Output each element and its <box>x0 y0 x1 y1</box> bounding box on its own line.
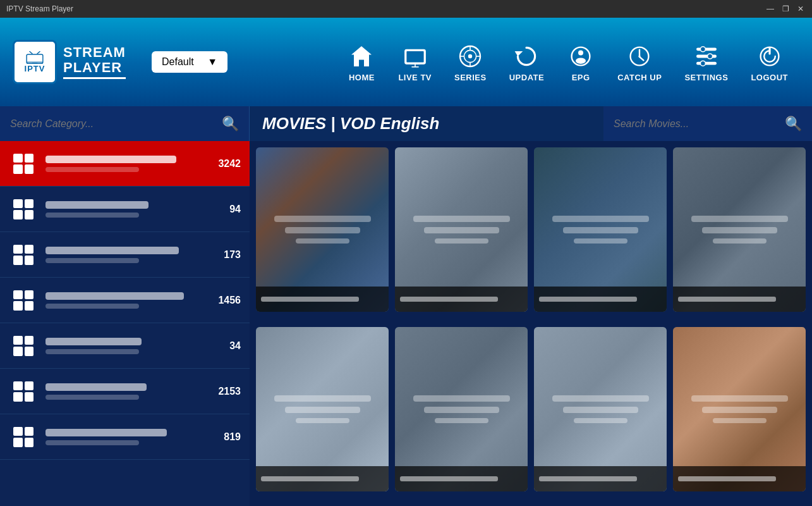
category-item-5[interactable]: 2153 <box>0 369 250 414</box>
category-item-2[interactable]: 173 <box>0 232 250 278</box>
cat-name-bar-1 <box>45 201 148 209</box>
movie-thumb-7 <box>673 327 806 491</box>
search-category-container: 🔍 <box>0 106 250 141</box>
cat-sub-bar-6 <box>45 440 139 445</box>
logo-tv-icon: IPTV <box>25 51 45 73</box>
cat-name-bar-2 <box>45 247 179 254</box>
movies-grid <box>250 141 812 506</box>
nav-label-live-tv: LIVE TV <box>398 73 432 82</box>
cat-count-3: 1456 <box>209 295 241 306</box>
category-item-3[interactable]: 1456 <box>0 278 250 323</box>
category-item-6[interactable]: 819 <box>0 414 250 460</box>
search-bar: 🔍 MOVIES | VOD English 🔍 <box>0 106 812 141</box>
movie-card-0[interactable] <box>256 147 389 312</box>
search-category-icon[interactable]: 🔍 <box>222 116 239 132</box>
maximize-button[interactable]: ❐ <box>780 4 791 13</box>
cat-count-6: 819 <box>209 431 241 443</box>
grid-icon-5 <box>13 381 33 402</box>
category-item-1[interactable]: 94 <box>0 187 250 232</box>
title-bar-controls: — ❐ ✕ <box>765 4 806 13</box>
category-item-0[interactable]: 3242 <box>0 141 250 187</box>
movie-card-5[interactable] <box>395 327 528 491</box>
movie-card-7[interactable] <box>673 327 806 491</box>
svg-line-24 <box>639 56 643 60</box>
cat-sub-bar-2 <box>45 258 139 263</box>
profile-dropdown[interactable]: Default ▼ <box>152 51 227 73</box>
cat-count-1: 94 <box>209 204 241 215</box>
cat-sub-bar-1 <box>45 213 139 218</box>
movie-bottom-bar-7 <box>673 466 806 491</box>
logo-container: IPTV STREAM PLAYER <box>13 40 139 84</box>
svg-rect-7 <box>406 51 423 63</box>
movie-card-1[interactable] <box>395 147 528 312</box>
home-icon <box>348 42 375 70</box>
cat-count-2: 173 <box>209 249 241 261</box>
close-button[interactable]: ✕ <box>796 4 806 13</box>
movie-thumb-2 <box>534 147 667 312</box>
cat-info-5 <box>38 383 209 400</box>
cat-sub-bar-4 <box>45 349 139 354</box>
nav-item-settings[interactable]: SETTINGS <box>673 37 739 87</box>
minimize-button[interactable]: — <box>765 4 775 13</box>
header: IPTV STREAM PLAYER Default ▼ HOME <box>0 18 812 106</box>
cat-icon-4 <box>9 331 38 361</box>
grid-icon-6 <box>13 427 33 447</box>
settings-icon <box>693 42 720 70</box>
nav-item-catch-up[interactable]: CATCH UP <box>606 37 673 87</box>
cat-name-bar-5 <box>45 383 147 391</box>
logo-text: STREAM PLAYER <box>63 45 126 75</box>
movie-bottom-bar-5 <box>395 466 528 491</box>
movie-thumb-4 <box>256 327 389 491</box>
logo-text-block: STREAM PLAYER <box>63 45 126 79</box>
movie-bottom-bar-4 <box>256 466 389 491</box>
cat-count-0: 3242 <box>209 158 241 170</box>
nav-item-update[interactable]: UPDATE <box>498 37 555 87</box>
grid-icon-0 <box>13 154 33 174</box>
nav-item-logout[interactable]: LOGOUT <box>739 37 799 87</box>
movie-thumb-5 <box>395 327 528 491</box>
cat-info-2 <box>38 247 209 263</box>
movie-card-2[interactable] <box>534 147 667 312</box>
movie-bottom-bar-0 <box>256 287 389 312</box>
cat-icon-6 <box>9 423 38 452</box>
logo-iptv-text: IPTV <box>25 64 45 73</box>
grid-icon-3 <box>13 290 33 311</box>
cat-icon-2 <box>9 240 38 269</box>
search-movies-container: 🔍 <box>603 106 812 141</box>
cat-name-bar-4 <box>45 338 142 345</box>
cat-icon-1 <box>9 195 38 224</box>
logout-icon <box>756 42 784 70</box>
cat-count-4: 34 <box>209 340 241 352</box>
svg-rect-28 <box>696 61 717 65</box>
search-movies-icon[interactable]: 🔍 <box>785 116 802 132</box>
search-category-input[interactable] <box>10 118 222 130</box>
catch-up-icon <box>626 42 653 70</box>
sidebar: 3242 94 <box>0 141 250 506</box>
nav-item-live-tv[interactable]: LIVE TV <box>387 37 443 87</box>
cat-info-1 <box>38 201 209 218</box>
nav-label-home: HOME <box>349 73 375 82</box>
cat-icon-5 <box>9 377 38 406</box>
movie-card-3[interactable] <box>673 147 806 312</box>
cat-icon-3 <box>9 286 38 315</box>
main-content: 3242 94 <box>0 141 812 506</box>
category-item-4[interactable]: 34 <box>0 323 250 369</box>
tv-svg-icon <box>25 51 44 64</box>
svg-point-25 <box>639 55 641 57</box>
cat-icon-0 <box>9 149 38 178</box>
svg-point-21 <box>576 58 586 64</box>
movie-bottom-bar-6 <box>534 466 667 491</box>
movie-card-4[interactable] <box>256 327 389 491</box>
cat-name-bar-6 <box>45 429 167 436</box>
cat-sub-bar-5 <box>45 395 139 400</box>
nav-item-home[interactable]: HOME <box>336 37 387 87</box>
nav-item-series[interactable]: SERIES <box>443 37 498 87</box>
series-icon <box>456 42 484 70</box>
movies-title: MOVIES | VOD English <box>250 114 603 133</box>
cat-info-4 <box>38 338 209 354</box>
movie-thumb-0 <box>256 147 389 312</box>
nav-item-epg[interactable]: EPG <box>555 37 606 87</box>
movie-card-6[interactable] <box>534 327 667 491</box>
svg-point-20 <box>578 50 583 55</box>
search-movies-input[interactable] <box>614 118 785 130</box>
